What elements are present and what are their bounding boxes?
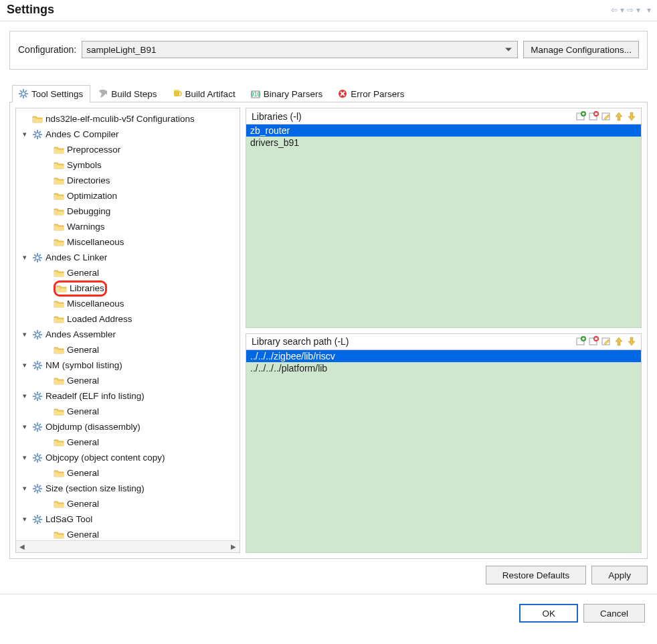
tree-item[interactable]: ·General (16, 373, 240, 388)
cancel-button[interactable]: Cancel (583, 604, 645, 623)
tree-item[interactable]: ·General (16, 404, 240, 419)
restore-defaults-button[interactable]: Restore Defaults (486, 566, 587, 584)
edit-button[interactable] (600, 336, 612, 347)
tree-group[interactable]: ▾Andes Assembler (16, 327, 240, 342)
tab-label: Build Artifact (185, 89, 236, 99)
gear-icon (32, 514, 43, 525)
artifact-icon (172, 88, 183, 99)
edit-button[interactable] (600, 110, 612, 122)
chevron-down-icon[interactable]: ▾ (20, 361, 29, 370)
page-title: Settings (7, 3, 54, 17)
tree-item-label: Debugging (67, 206, 110, 216)
tree-item-label: General (67, 345, 99, 355)
tree-item[interactable]: ·Miscellaneous (16, 234, 240, 250)
nav-fwd-icon[interactable]: ⇨ (626, 5, 634, 15)
scroll-track[interactable] (28, 541, 227, 552)
folder-icon (54, 437, 64, 448)
tree-group-label: Andes C Compiler (45, 129, 119, 139)
tree-hscrollbar[interactable]: ◀ ▶ (16, 540, 240, 552)
folder-icon (54, 191, 64, 202)
nav-back-icon[interactable]: ⇦ (610, 5, 618, 15)
tree-item[interactable]: ·General (16, 496, 240, 511)
scroll-left-icon[interactable]: ◀ (16, 541, 28, 552)
tree-group[interactable]: ▾Readelf (ELF info listing) (16, 388, 240, 404)
delete-button[interactable] (587, 336, 599, 347)
tree-group[interactable]: ▾LdSaG Tool (16, 511, 240, 527)
ok-button[interactable]: OK (519, 604, 578, 623)
tab-error-parsers[interactable]: Error Parsers (331, 85, 411, 102)
tree-item[interactable]: ·Loaded Address (16, 311, 240, 327)
tree-item[interactable]: ·Miscellaneous (16, 296, 240, 311)
tree-root[interactable]: ▾nds32le-elf-mculib-v5f Configurations (16, 111, 240, 127)
cancel-label: Cancel (600, 609, 628, 619)
libraries-list[interactable]: zb_routerdrivers_b91 (246, 124, 641, 327)
tree-item[interactable]: ·Preprocessor (16, 142, 240, 157)
tree-item[interactable]: ·Optimization (16, 188, 240, 204)
delete-button[interactable] (587, 110, 599, 122)
tree-group-label: NM (symbol listing) (45, 360, 122, 370)
chevron-down-icon[interactable]: ▾ (20, 253, 29, 262)
folder-icon (32, 114, 43, 125)
chevron-down-icon[interactable]: ▾ (20, 130, 29, 139)
tab-build-steps[interactable]: Build Steps (92, 85, 164, 102)
scroll-right-icon[interactable]: ▶ (227, 541, 240, 552)
list-item[interactable]: ../../../../platform/lib (246, 362, 641, 374)
folder-icon (54, 345, 64, 355)
move-up-button[interactable] (613, 110, 624, 122)
tree-item-label: General (67, 376, 99, 386)
tree-group[interactable]: ▾Andes C Linker (16, 250, 240, 265)
chevron-down-icon[interactable]: ▾ (20, 392, 29, 400)
gear-icon (32, 329, 43, 340)
gear-icon (32, 129, 43, 140)
tree-group[interactable]: ▾Objcopy (object content copy) (16, 450, 240, 465)
chevron-down-icon[interactable]: ▾ (20, 330, 29, 339)
tree-item[interactable]: ·Directories (16, 173, 240, 188)
apply-button[interactable]: Apply (591, 566, 648, 584)
add-button[interactable] (575, 110, 586, 122)
chevron-down-icon[interactable]: ▾ (20, 484, 29, 493)
tree-item[interactable]: ·General (16, 465, 240, 481)
tree-group[interactable]: ▾Andes C Compiler (16, 127, 240, 142)
move-down-button[interactable] (626, 110, 637, 122)
configuration-select[interactable]: sampleLight_B91 (82, 41, 518, 58)
tree-item[interactable]: ·General (16, 265, 240, 280)
tab-build-artifact[interactable]: Build Artifact (166, 85, 243, 102)
chevron-down-icon[interactable]: ▾ (20, 515, 29, 524)
chevron-down-icon[interactable]: ▾ (20, 422, 29, 431)
tab-tool-settings[interactable]: Tool Settings (12, 85, 90, 102)
tab-label: Tool Settings (31, 89, 83, 99)
tree-scroll[interactable]: ▾nds32le-elf-mculib-v5f Configurations▾A… (16, 108, 240, 540)
nav-fwd-menu-icon[interactable]: ▾ (636, 5, 641, 15)
tree-item[interactable]: ·General (16, 527, 240, 540)
tree-group[interactable]: ▾Size (section size listing) (16, 481, 240, 496)
tab-label: Error Parsers (351, 89, 404, 99)
tab-label: Binary Parsers (264, 89, 323, 99)
folder-icon (54, 268, 64, 278)
list-item[interactable]: zb_router (246, 125, 641, 137)
tree-item[interactable]: ·Warnings (16, 219, 240, 234)
nav-menu-icon[interactable]: ▾ (646, 5, 652, 15)
tree-item-label: General (67, 268, 99, 278)
tree-item[interactable]: ·Libraries (16, 280, 240, 296)
list-item[interactable]: ../../../zigbee/lib/riscv (246, 350, 641, 362)
list-item[interactable]: drivers_b91 (246, 137, 641, 149)
chevron-down-icon[interactable]: ▾ (20, 453, 29, 462)
tree-item-label: General (67, 468, 99, 478)
manage-configurations-button[interactable]: Manage Configurations... (523, 41, 639, 58)
highlight-box: Libraries (54, 280, 107, 297)
nav-back-menu-icon[interactable]: ▾ (620, 5, 625, 15)
move-up-button[interactable] (613, 336, 624, 347)
tree-item[interactable]: ·General (16, 342, 240, 357)
tree-group[interactable]: ▾Objdump (disassembly) (16, 419, 240, 434)
tab-binary-parsers[interactable]: Binary Parsers (244, 85, 331, 102)
tree-group[interactable]: ▾NM (symbol listing) (16, 357, 240, 373)
gear-icon (32, 453, 43, 463)
tree-item[interactable]: ·Debugging (16, 204, 240, 219)
move-down-button[interactable] (626, 336, 637, 347)
search-path-list[interactable]: ../../../zigbee/lib/riscv../../../../pla… (246, 349, 641, 553)
add-button[interactable] (575, 336, 586, 347)
tree-item-label: Optimization (67, 191, 117, 201)
tree-item-label: Miscellaneous (67, 299, 124, 309)
tree-item[interactable]: ·Symbols (16, 157, 240, 173)
tree-item[interactable]: ·General (16, 434, 240, 450)
